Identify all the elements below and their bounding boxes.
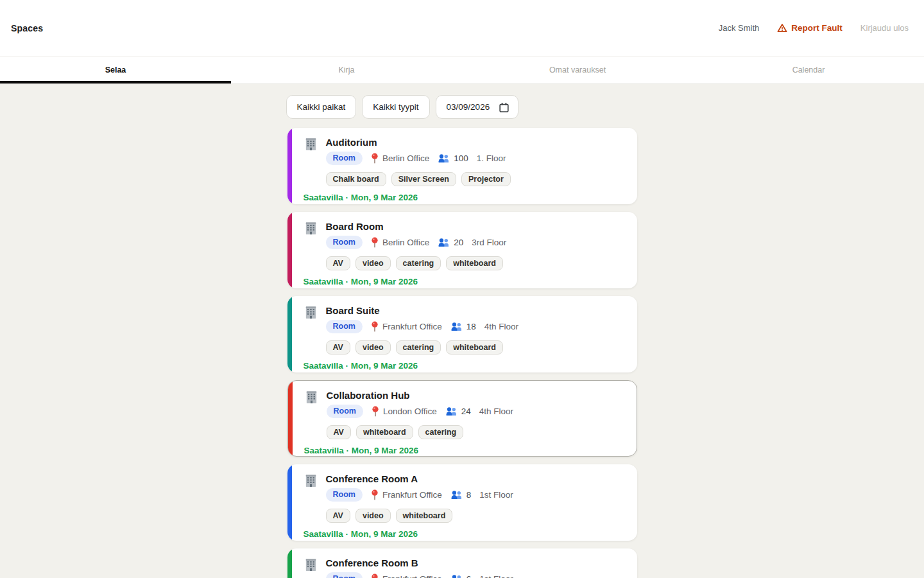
type-filter-dropdown[interactable]: Kaikki tyypit <box>362 95 429 119</box>
location-pin-icon <box>371 153 379 164</box>
office-name: Berlin Office <box>382 238 429 247</box>
floor-label: 4th Floor <box>484 322 518 331</box>
tab-label: Kirja <box>338 66 354 74</box>
room-name: Board Room <box>326 220 507 232</box>
tags-row: AVvideowhiteboard <box>326 509 513 523</box>
location-pin-icon <box>371 489 379 500</box>
people-icon <box>445 407 458 416</box>
app-header: Spaces Jack Smith Report Fault Kirjaudu … <box>0 0 924 56</box>
tag: video <box>355 256 391 270</box>
building-icon <box>304 221 318 236</box>
room-card[interactable]: Board Suite Room Frankfurt Office <box>287 296 637 372</box>
room-type-badge: Room <box>326 152 363 165</box>
availability-status: Saatavilla · Mon, 9 Mar 2026 <box>304 361 626 371</box>
location-filter-dropdown[interactable]: Kaikki paikat <box>286 95 357 119</box>
tab-label: Omat varaukset <box>549 66 606 74</box>
people-icon <box>450 491 463 500</box>
tag: AV <box>327 425 351 439</box>
card-accent-bar <box>287 212 292 288</box>
tag: AV <box>326 340 350 355</box>
app-title: Spaces <box>11 23 43 33</box>
capacity-value: 100 <box>454 153 468 163</box>
room-name: Board Suite <box>326 304 519 317</box>
tab-label: Selaa <box>105 66 126 74</box>
office-name: Frankfurt Office <box>382 574 442 578</box>
date-input[interactable]: 03/09/2026 <box>436 95 519 119</box>
people-icon <box>450 575 463 578</box>
location-pin-icon <box>371 574 379 578</box>
floor-label: 1st Floor <box>479 574 513 578</box>
tab-selaa[interactable]: Selaa <box>0 57 231 83</box>
room-name: Conference Room B <box>326 557 513 569</box>
tags-row: Chalk boardSilver ScreenProjector <box>326 172 511 186</box>
tab-kirja[interactable]: Kirja <box>231 57 462 83</box>
room-card[interactable]: Conference Room A Room Frankfurt Office <box>287 464 637 541</box>
room-name: Conference Room A <box>326 473 513 485</box>
user-name: Jack Smith <box>719 23 760 33</box>
logout-link[interactable]: Kirjaudu ulos <box>860 23 909 33</box>
office-name: Frankfurt Office <box>382 490 442 500</box>
office-name: Frankfurt Office <box>382 322 442 331</box>
tags-row: AVwhiteboardcatering <box>327 425 514 439</box>
tag: Chalk board <box>326 172 386 186</box>
floor-label: 1st Floor <box>479 490 513 500</box>
location-pin-icon <box>371 321 379 332</box>
room-card[interactable]: Conference Room B Room Frankfurt Office <box>287 548 637 578</box>
building-icon <box>304 557 318 572</box>
tab-bar: Selaa Kirja Omat varaukset Calendar <box>0 56 924 84</box>
tag: Projector <box>461 172 511 186</box>
availability-status: Saatavilla · Mon, 9 Mar 2026 <box>304 193 626 202</box>
room-type-badge: Room <box>326 236 363 249</box>
calendar-icon[interactable] <box>499 102 509 113</box>
room-meta: Room Berlin Office <box>326 152 511 165</box>
room-card[interactable]: Auditorium Room Berlin Office <box>287 128 637 204</box>
office-name: Berlin Office <box>382 153 429 163</box>
header-actions: Jack Smith Report Fault Kirjaudu ulos <box>719 23 909 33</box>
tag: AV <box>326 509 350 523</box>
filters-row: Kaikki paikat Kaikki tyypit 03/09/2026 <box>286 95 637 119</box>
card-accent-bar <box>287 128 292 204</box>
report-fault-button[interactable]: Report Fault <box>777 23 843 33</box>
room-meta: Room Berlin Office <box>326 236 507 249</box>
card-accent-bar <box>287 464 292 541</box>
tab-label: Calendar <box>792 66 825 74</box>
date-value: 03/09/2026 <box>447 102 490 112</box>
room-type-badge: Room <box>326 320 363 333</box>
room-type-badge: Room <box>327 405 363 418</box>
main-content: Kaikki paikat Kaikki tyypit 03/09/2026 <box>0 84 924 578</box>
location-pin-icon <box>372 406 379 417</box>
room-meta: Room Frankfurt Office <box>326 488 513 502</box>
location-pin-icon <box>371 237 379 248</box>
capacity-value: 8 <box>466 490 472 500</box>
tag: AV <box>326 256 350 270</box>
building-icon <box>304 390 319 405</box>
report-fault-label: Report Fault <box>791 23 843 33</box>
capacity-value: 6 <box>466 574 472 578</box>
capacity-value: 20 <box>454 238 463 247</box>
tag: video <box>355 509 391 523</box>
room-type-badge: Room <box>326 488 363 502</box>
tag: Silver Screen <box>391 172 456 186</box>
warning-icon <box>777 23 787 33</box>
type-filter-label: Kaikki tyypit <box>373 102 418 112</box>
tags-row: AVvideocateringwhiteboard <box>326 340 519 355</box>
building-icon <box>304 137 318 152</box>
tag: whiteboard <box>396 509 453 523</box>
office-name: London Office <box>383 407 437 416</box>
tag: whiteboard <box>356 425 413 439</box>
tag: video <box>355 340 391 355</box>
tag: catering <box>396 256 441 270</box>
room-card[interactable]: Collaboration Hub Room London Office <box>287 380 637 457</box>
building-icon <box>304 305 318 320</box>
building-icon <box>304 473 318 488</box>
tag: whiteboard <box>446 256 503 270</box>
tab-calendar[interactable]: Calendar <box>693 57 924 83</box>
people-icon <box>438 238 450 247</box>
room-card[interactable]: Board Room Room Berlin Office <box>287 212 637 288</box>
people-icon <box>450 322 463 331</box>
floor-label: 1. Floor <box>477 153 506 163</box>
tab-omat-varaukset[interactable]: Omat varaukset <box>462 57 693 83</box>
availability-status: Saatavilla · Mon, 9 Mar 2026 <box>304 277 626 286</box>
tag: catering <box>396 340 441 355</box>
floor-label: 4th Floor <box>479 407 513 416</box>
